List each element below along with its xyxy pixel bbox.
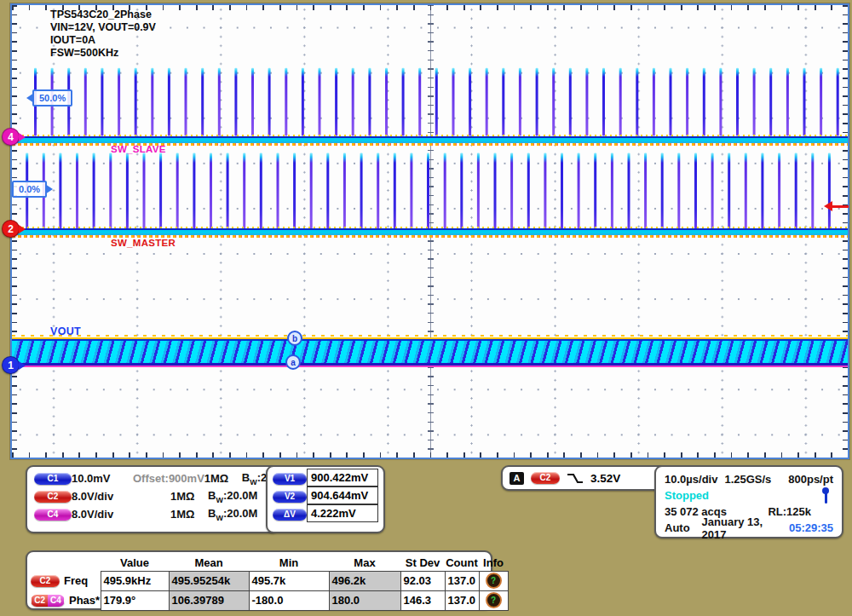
- channel1-position-marker[interactable]: 1: [2, 356, 20, 374]
- channel4-position-marker[interactable]: 4: [2, 128, 20, 146]
- annotation-line: VIN=12V, VOUT=0.9V: [50, 21, 156, 34]
- channel1-scale: 10.0mV: [72, 472, 133, 485]
- label-sw-slave: SW_SLAVE: [111, 144, 166, 154]
- channel2-row[interactable]: C2 8.0V/div 1MΩ BW:20.0M: [34, 487, 271, 505]
- v2-value: 904.644mV: [307, 486, 378, 504]
- delta-v-badge[interactable]: ΔV: [273, 509, 307, 521]
- channel2-scale: 8.0V/div: [72, 490, 133, 503]
- phase-mean: 106.39789: [169, 590, 250, 611]
- col-header-stdev: St Dev: [400, 554, 445, 571]
- freq-info-cell: ?: [479, 571, 509, 591]
- trigger-level-value: 3.52V: [590, 472, 620, 485]
- col-header-max: Max: [329, 554, 400, 571]
- acquisition-status: Stopped: [665, 489, 709, 502]
- channel4-scale: 8.0V/div: [72, 508, 133, 521]
- freq-max: 496.2k: [329, 571, 401, 591]
- header-spacer: [29, 554, 101, 571]
- trigger-panel[interactable]: A C2 3.52V: [501, 465, 668, 491]
- setup-annotation: TPS543C20_2Phase VIN=12V, VOUT=0.9V IOUT…: [50, 9, 156, 60]
- measurements-table: Value Mean Min Max St Dev Count Info C2 …: [29, 554, 489, 610]
- cursor-readout-panel[interactable]: V1 900.422mV V2 904.644mV ΔV 4.222mV: [266, 465, 385, 533]
- measurement-name: Phas*: [69, 594, 100, 607]
- channel4-row[interactable]: C4 8.0V/div 1MΩ BW:20.0M: [34, 505, 271, 523]
- ref-marker-50pct[interactable]: 50.0%: [32, 89, 72, 107]
- cursor-a-handle[interactable]: a: [285, 354, 301, 370]
- channel2-bandwidth: BW:20.0M: [208, 489, 271, 504]
- freq-value: 495.9kHz: [101, 571, 170, 591]
- channel2-impedance: 1MΩ: [170, 490, 208, 503]
- waveform-graticule: TPS543C20_2Phase VIN=12V, VOUT=0.9V IOUT…: [10, 3, 849, 459]
- col-header-count: Count: [445, 554, 479, 571]
- channel4-bandwidth: BW:20.0M: [208, 507, 271, 522]
- v1-value: 900.422mV: [307, 469, 378, 486]
- cursor-dv-row: ΔV 4.222mV: [273, 505, 378, 523]
- freq-source-badge[interactable]: C2: [31, 575, 60, 587]
- v2-badge[interactable]: V2: [273, 491, 307, 503]
- channel-settings-panel[interactable]: C1 10.0mV Offset:900mV 1MΩ BW:20.0M C2 8…: [26, 465, 279, 533]
- freq-min: 495.7k: [249, 571, 330, 591]
- falling-edge-icon: [567, 472, 584, 484]
- trigger-level-arrow[interactable]: [832, 205, 849, 208]
- vout-ripple-band: [12, 337, 848, 366]
- phase-info-cell: ?: [479, 590, 509, 611]
- sw_master-baseline-band: [12, 228, 848, 235]
- phase-count: 137.0: [445, 590, 480, 611]
- channel2-badge[interactable]: C2: [34, 491, 72, 503]
- sw_slave-baseline-band: [12, 136, 848, 143]
- channel1-badge[interactable]: C1: [34, 473, 72, 485]
- trigger-source-badge[interactable]: C2: [531, 472, 560, 484]
- freq-count: 137.0: [445, 571, 480, 591]
- timebase-scale: 10.0µs/div: [665, 473, 717, 486]
- col-header-value: Value: [101, 554, 169, 571]
- time-stamp: 05:29:35: [789, 521, 833, 534]
- channel4-impedance: 1MΩ: [170, 508, 208, 521]
- oscilloscope-screen: TPS543C20_2Phase VIN=12V, VOUT=0.9V IOUT…: [0, 0, 852, 616]
- cursor-b-handle[interactable]: b: [287, 331, 302, 346]
- phase-source-badge[interactable]: C2C4: [31, 595, 65, 607]
- timebase-row2: Stopped: [665, 487, 833, 504]
- phase-value: 179.9°: [101, 590, 170, 611]
- col-header-info: Info: [479, 554, 508, 571]
- annotation-line: FSW=500KHz: [50, 47, 156, 60]
- delta-v-value: 4.222mV: [307, 504, 378, 522]
- freq-mean: 495.95254k: [169, 571, 250, 591]
- measurements-panel[interactable]: Value Mean Min Max St Dev Count Info C2 …: [26, 550, 492, 610]
- label-sw-master: SW_MASTER: [111, 238, 176, 248]
- freq-stdev: 92.03: [400, 571, 446, 591]
- phase-max: 180.0: [329, 590, 401, 611]
- phase-stdev: 146.3: [400, 590, 446, 611]
- ref-marker-0pct[interactable]: 0.0%: [12, 181, 47, 198]
- timebase-row1: 10.0µs/div 1.25GS/s 800ps/pt: [665, 471, 833, 487]
- col-header-mean: Mean: [169, 554, 249, 571]
- sample-resolution: 800ps/pt: [788, 473, 833, 486]
- sample-rate: 1.25GS/s: [724, 473, 771, 486]
- col-header-min: Min: [249, 554, 329, 571]
- channel2-position-marker[interactable]: 2: [2, 220, 20, 238]
- thermometer-icon: [821, 487, 830, 504]
- timebase-panel[interactable]: 10.0µs/div 1.25GS/s 800ps/pt Stopped 35 …: [654, 465, 843, 538]
- info-icon[interactable]: ?: [486, 573, 502, 589]
- annotation-line: TPS543C20_2Phase: [50, 9, 156, 21]
- trigger-mode: Auto: [665, 521, 690, 534]
- channel4-badge[interactable]: C4: [34, 509, 72, 521]
- channel1-offset: Offset:900mV: [133, 472, 204, 485]
- measurement-row-freq[interactable]: C2 Freq: [29, 571, 101, 590]
- measurement-name: Freq: [64, 574, 88, 587]
- label-vout: VOUT: [50, 325, 81, 337]
- cursor-v2-row: V2 904.644mV: [273, 487, 378, 505]
- cursor-v1-row: V1 900.422mV: [273, 469, 378, 487]
- channel1-row[interactable]: C1 10.0mV Offset:900mV 1MΩ BW:20.0M: [34, 469, 271, 487]
- measurement-row-phase[interactable]: C2C4 Phas*: [29, 590, 101, 610]
- trigger-a-badge: A: [509, 472, 524, 485]
- phase-min: -180.0: [249, 590, 330, 611]
- annotation-line: IOUT=0A: [50, 34, 156, 47]
- info-icon[interactable]: ?: [486, 592, 502, 608]
- date-stamp: January 13, 2017: [702, 515, 789, 541]
- v1-badge[interactable]: V1: [273, 473, 307, 485]
- channel1-impedance: 1MΩ: [204, 472, 242, 485]
- timebase-row4: Auto January 13, 2017 05:29:35: [665, 520, 833, 536]
